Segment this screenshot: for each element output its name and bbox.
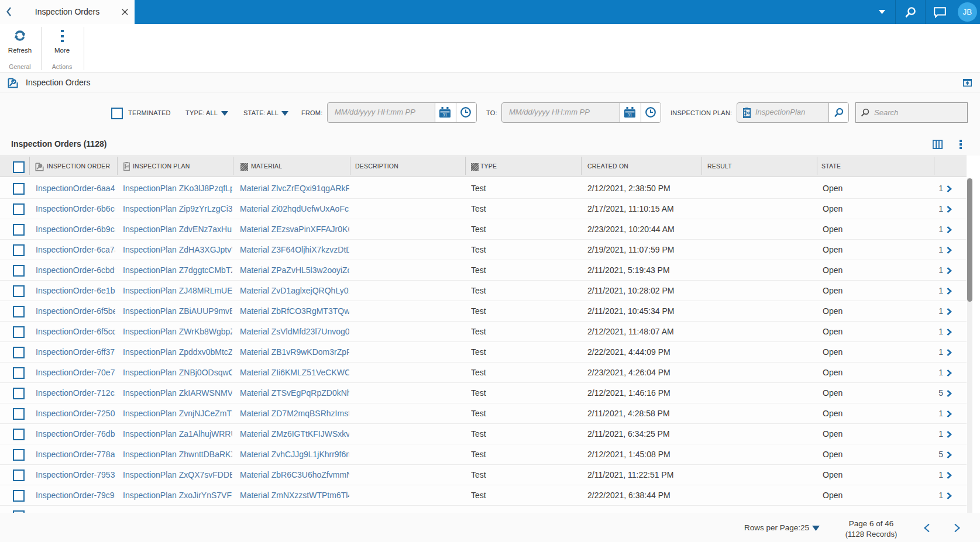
svg-text:31: 31 xyxy=(628,113,632,117)
svg-text:31: 31 xyxy=(443,113,448,117)
